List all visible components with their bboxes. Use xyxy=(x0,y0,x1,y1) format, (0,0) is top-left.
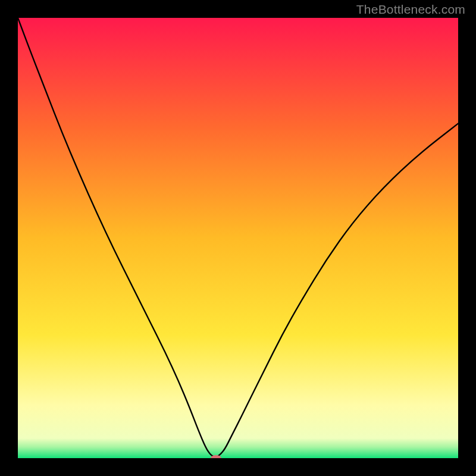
chart-frame: TheBottleneck.com xyxy=(0,0,476,476)
bottleneck-chart xyxy=(18,18,458,458)
watermark-text: TheBottleneck.com xyxy=(356,2,465,17)
chart-background xyxy=(18,18,458,458)
